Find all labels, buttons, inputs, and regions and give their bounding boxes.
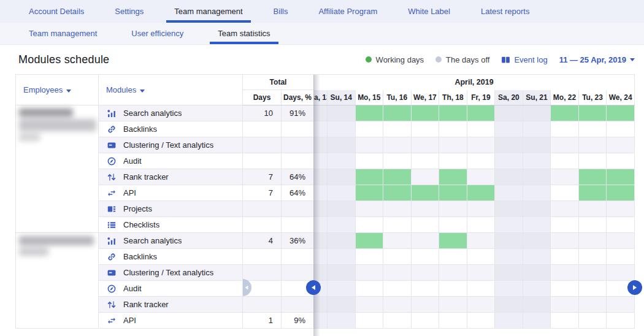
top-navigation: Account DetailsSettingsTeam managementBi…: [0, 0, 644, 23]
projects-icon: [107, 204, 117, 214]
module-cell: Audit: [99, 153, 243, 169]
day-cell-su-14: [328, 313, 356, 329]
calendar-scroll-left-button[interactable]: [306, 280, 321, 295]
day-cell-tu-23: [578, 281, 607, 297]
chevron-left-icon: [245, 286, 248, 289]
chevron-down-icon: [66, 90, 71, 93]
day-cell-we-24: [607, 297, 635, 313]
day-cell-mo-15: [355, 137, 383, 153]
date-col-sa-20: Sa, 20: [495, 90, 523, 105]
module-cell: Projects: [99, 201, 243, 217]
day-cell-tu-16: [383, 265, 412, 281]
day-cell-sa-20: [495, 121, 523, 137]
day-cell-we-24: [607, 249, 635, 265]
working-day-cell-we-17: [411, 105, 439, 121]
search-analytics-icon: [107, 236, 117, 246]
day-cell-mo-15: [355, 313, 383, 329]
module-label: Checklists: [123, 220, 159, 229]
module-row-projects: Projects: [16, 201, 635, 217]
day-cell-tu-16: [383, 297, 412, 313]
event-log-button[interactable]: Event log: [501, 55, 547, 64]
day-cell-fr-19: [467, 313, 495, 329]
day-cell-fr-19: [467, 201, 495, 217]
days-pct-value: 64%: [282, 185, 314, 201]
module-cell: Backlinks: [99, 249, 243, 265]
day-cell-th-18: [439, 217, 467, 233]
day-cell-th-18: [439, 297, 467, 313]
employees-sort-header[interactable]: Employees: [16, 75, 99, 105]
days-pct-value: [282, 249, 314, 265]
days-value: [243, 265, 282, 281]
date-col-mo-22: Mo, 22: [551, 90, 579, 105]
chevron-left-icon: [312, 285, 315, 290]
day-cell-tu-23: [578, 233, 607, 249]
legend-working-days: Working days: [366, 55, 424, 64]
day-cell-sa-20: [495, 297, 523, 313]
day-cell-tu-16: [383, 153, 412, 169]
topnav-item-white-label[interactable]: White Label: [400, 0, 458, 23]
days-value: [243, 137, 282, 153]
topnav-item-bills[interactable]: Bills: [266, 0, 296, 23]
redacted-name-blur: [19, 109, 73, 116]
days-pct-value: 64%: [282, 169, 314, 185]
module-label: Audit: [123, 284, 142, 293]
working-day-cell-we-17: [411, 185, 439, 201]
chevron-down-icon: [630, 58, 635, 61]
subnav-item-team-statistics[interactable]: Team statistics: [210, 23, 278, 44]
day-cell-we-24: [607, 153, 635, 169]
schedule-table-wrap: EmployeesModulesTotalApril, 2019DaysDays…: [15, 74, 635, 329]
days-value: [243, 201, 282, 217]
backlinks-icon: [107, 252, 117, 262]
day-cell-we-17: [411, 313, 439, 329]
module-cell: Rank tracker: [99, 297, 243, 313]
day-cell-we-17: [411, 265, 439, 281]
page-title: Modules schedule: [18, 53, 109, 66]
day-cell-su-21: [523, 313, 551, 329]
days-value: [243, 249, 282, 265]
modules-sort-header[interactable]: Modules: [99, 75, 243, 105]
working-day-cell-mo-15: [355, 233, 383, 249]
topnav-item-settings[interactable]: Settings: [107, 0, 151, 23]
date-col-su-14: Su, 14: [328, 90, 356, 105]
subnav-item-user-efficiency[interactable]: User efficiency: [123, 23, 191, 44]
day-cell-mo-22: [551, 137, 579, 153]
days-pct-value: [282, 137, 314, 153]
day-cell-fr-19: [467, 249, 495, 265]
topnav-item-affiliate-program[interactable]: Affiliate Program: [310, 0, 385, 23]
days-pct-value: [282, 297, 314, 313]
checklists-icon: [107, 220, 117, 230]
day-cell-mo-22: [551, 201, 579, 217]
date-col-mo-15: Mo, 15: [355, 90, 383, 105]
working-day-cell-th-18: [439, 185, 467, 201]
calendar-scroll-right-button[interactable]: [627, 280, 642, 295]
topnav-item-account-details[interactable]: Account Details: [21, 0, 92, 23]
days-value: [243, 121, 282, 137]
working-day-cell-mo-15: [355, 105, 383, 121]
day-cell-su-21: [523, 105, 551, 121]
day-cell-tu-16: [383, 233, 412, 249]
days-value: 7: [243, 185, 282, 201]
days-pct-value: 36%: [282, 233, 314, 249]
day-cell-a-13: [314, 121, 328, 137]
day-cell-we-17: [411, 217, 439, 233]
day-cell-a-13: [314, 201, 328, 217]
days-value: [243, 297, 282, 313]
days-pct-value: [282, 265, 314, 281]
day-cell-fr-19: [467, 153, 495, 169]
topnav-item-latest-reports[interactable]: Latest reports: [473, 0, 538, 23]
day-cell-sa-20: [495, 249, 523, 265]
days-value: 4: [243, 233, 282, 249]
module-cell: API: [99, 185, 243, 201]
day-cell-we-17: [411, 153, 439, 169]
date-range-picker[interactable]: 11 — 25 Apr, 2019: [559, 55, 635, 64]
day-cell-su-21: [523, 281, 551, 297]
working-day-cell-tu-16: [383, 169, 412, 185]
subnav-item-team-management[interactable]: Team management: [21, 23, 105, 44]
day-cell-fr-19: [467, 137, 495, 153]
day-cell-mo-22: [551, 233, 579, 249]
day-cell-we-24: [607, 313, 635, 329]
module-label: Projects: [123, 204, 152, 213]
event-log-book-icon: [501, 55, 510, 64]
day-cell-su-21: [523, 121, 551, 137]
topnav-item-team-management[interactable]: Team management: [166, 0, 250, 23]
